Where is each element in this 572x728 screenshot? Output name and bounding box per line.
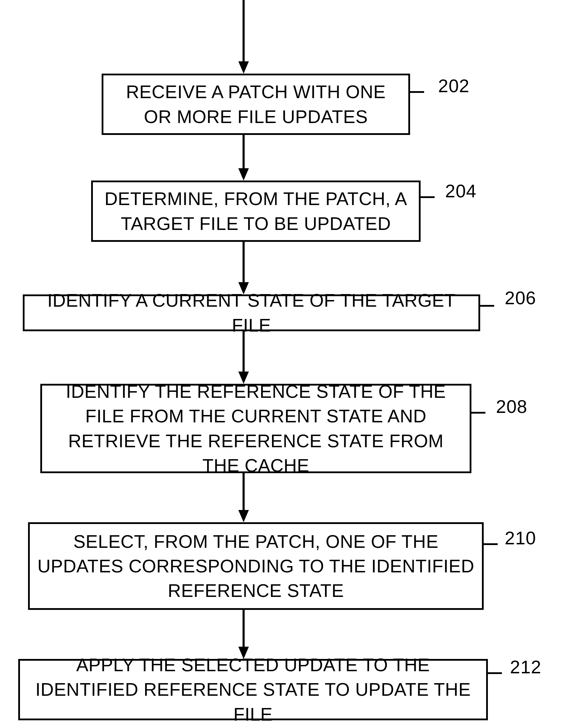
step-212: APPLY THE SELECTED UPDATE TO THE IDENTIF… — [18, 659, 488, 720]
arrow-210-212 — [238, 610, 249, 659]
tick-202 — [410, 91, 424, 93]
step-206-text: IDENTIFY A CURRENT STATE OF THE TARGET F… — [32, 288, 471, 337]
tick-210 — [484, 543, 498, 545]
step-204-text: DETERMINE, FROM THE PATCH, A TARGET FILE… — [100, 186, 412, 236]
tick-212 — [488, 672, 502, 674]
svg-marker-1 — [238, 61, 249, 74]
step-210: SELECT, FROM THE PATCH, ONE OF THE UPDAT… — [28, 522, 484, 610]
tick-206 — [480, 305, 494, 307]
arrow-202-204 — [238, 135, 249, 181]
step-208: IDENTIFY THE REFERENCE STATE OF THE FILE… — [40, 384, 471, 473]
label-206: 206 — [505, 287, 536, 308]
arrow-206-208 — [238, 331, 249, 384]
label-210: 210 — [505, 528, 536, 549]
tick-204 — [421, 196, 435, 198]
arrow-start-202 — [238, 0, 249, 74]
flowchart-canvas: RECEIVE A PATCH WITH ONE OR MORE FILE UP… — [0, 0, 572, 728]
step-212-text: APPLY THE SELECTED UPDATE TO THE IDENTIF… — [27, 653, 479, 727]
step-202-text: RECEIVE A PATCH WITH ONE OR MORE FILE UP… — [110, 80, 401, 129]
svg-marker-3 — [238, 168, 249, 181]
svg-marker-9 — [238, 510, 249, 522]
arrow-204-206 — [238, 242, 249, 294]
step-206: IDENTIFY A CURRENT STATE OF THE TARGET F… — [23, 294, 480, 331]
tick-208 — [471, 412, 485, 414]
step-210-text: SELECT, FROM THE PATCH, ONE OF THE UPDAT… — [37, 529, 475, 603]
arrow-208-210 — [238, 473, 249, 522]
step-208-text: IDENTIFY THE REFERENCE STATE OF THE FILE… — [49, 379, 463, 478]
step-204: DETERMINE, FROM THE PATCH, A TARGET FILE… — [91, 181, 421, 242]
step-202: RECEIVE A PATCH WITH ONE OR MORE FILE UP… — [102, 74, 410, 135]
label-202: 202 — [438, 75, 470, 96]
label-212: 212 — [510, 656, 542, 678]
label-208: 208 — [496, 396, 527, 417]
label-204: 204 — [445, 181, 477, 202]
